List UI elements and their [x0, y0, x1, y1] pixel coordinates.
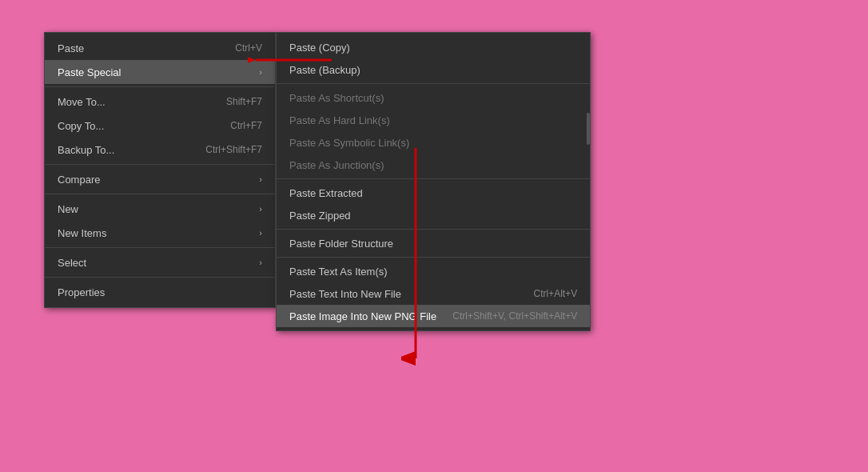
menu-item-copy-to[interactable]: Copy To... Ctrl+F7 [45, 114, 275, 138]
menu-item-move-to[interactable]: Move To... Shift+F7 [45, 90, 275, 114]
submenu-item-paste-hardlink[interactable]: Paste As Hard Link(s) [277, 109, 590, 131]
menu-item-paste[interactable]: Paste Ctrl+V [45, 36, 275, 60]
menu-item-backup-to[interactable]: Backup To... Ctrl+Shift+F7 [45, 138, 275, 162]
submenu-separator-4 [277, 257, 590, 258]
new-arrow-icon: › [259, 204, 262, 214]
scrollbar[interactable] [587, 113, 590, 145]
submenu-paste-special: Paste (Copy) Paste (Backup) Paste As Sho… [276, 32, 591, 331]
submenu-item-paste-image-png[interactable]: Paste Image Into New PNG File Ctrl+Shift… [277, 305, 590, 327]
menu-item-new[interactable]: New › [45, 197, 275, 221]
submenu-item-paste-shortcut[interactable]: Paste As Shortcut(s) [277, 86, 590, 109]
submenu-item-paste-backup[interactable]: Paste (Backup) [277, 58, 590, 81]
menu-item-properties[interactable]: Properties [45, 280, 275, 304]
submenu-item-paste-text-item[interactable]: Paste Text As Item(s) [277, 260, 590, 282]
menu-item-paste-special[interactable]: Paste Special › [45, 60, 275, 84]
submenu-item-paste-folder-structure[interactable]: Paste Folder Structure [277, 232, 590, 254]
menu-separator-4 [45, 247, 275, 248]
menu-item-compare[interactable]: Compare › [45, 167, 275, 191]
menu-item-select[interactable]: Select › [45, 250, 275, 274]
submenu-item-paste-extracted[interactable]: Paste Extracted [277, 182, 590, 204]
submenu-item-paste-zipped[interactable]: Paste Zipped [277, 204, 590, 226]
context-menu-container: Paste Ctrl+V Paste Special › Move To... … [44, 32, 591, 331]
submenu-item-paste-junction[interactable]: Paste As Junction(s) [277, 154, 590, 176]
submenu-arrow-icon: › [259, 67, 262, 77]
new-items-arrow-icon: › [259, 228, 262, 238]
menu-separator-1 [45, 86, 275, 87]
menu-separator-3 [45, 194, 275, 194]
submenu-item-paste-text-file[interactable]: Paste Text Into New File Ctrl+Alt+V [277, 282, 590, 305]
main-context-menu: Paste Ctrl+V Paste Special › Move To... … [44, 32, 276, 308]
select-arrow-icon: › [259, 258, 262, 267]
compare-arrow-icon: › [259, 174, 262, 184]
submenu-separator-3 [277, 229, 590, 230]
submenu-item-paste-symlink[interactable]: Paste As Symbolic Link(s) [277, 131, 590, 154]
submenu-separator-1 [277, 83, 590, 84]
menu-separator-2 [45, 164, 275, 165]
menu-separator-5 [45, 277, 275, 278]
submenu-separator-2 [277, 178, 590, 179]
submenu-item-paste-copy[interactable]: Paste (Copy) [277, 36, 590, 58]
menu-item-new-items[interactable]: New Items › [45, 221, 275, 245]
